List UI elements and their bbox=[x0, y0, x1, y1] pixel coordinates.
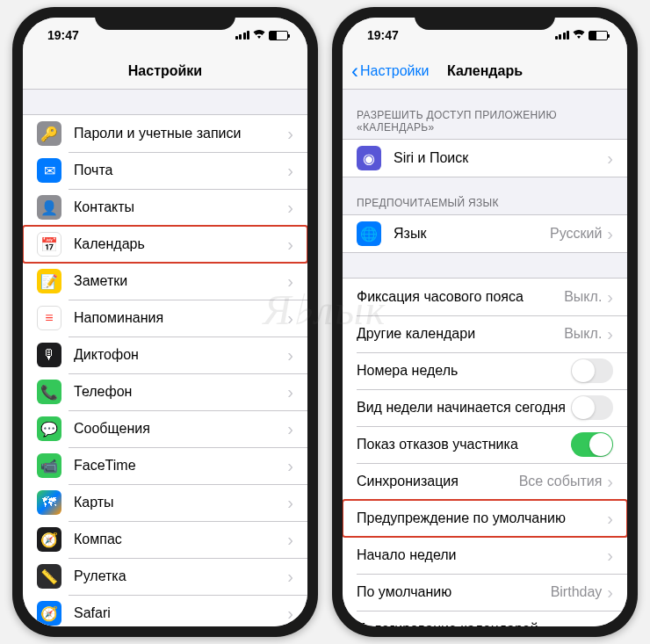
setting-row[interactable]: Другие календариВыкл.› bbox=[343, 315, 627, 352]
settings-row-compass[interactable]: 🧭Компас› bbox=[23, 521, 307, 558]
chevron-right-icon: › bbox=[287, 271, 293, 292]
cell-label: По умолчанию bbox=[357, 584, 551, 600]
settings-row-messages[interactable]: 💬Сообщения› bbox=[23, 410, 307, 447]
settings-row-voice-memo[interactable]: 🎙Диктофон› bbox=[23, 336, 307, 373]
chevron-right-icon: › bbox=[287, 345, 293, 365]
setting-row[interactable]: Номера недель bbox=[343, 352, 627, 389]
messages-icon: 💬 bbox=[37, 416, 61, 441]
settings-row-phone[interactable]: 📞Телефон› bbox=[23, 373, 307, 410]
chevron-right-icon: › bbox=[607, 619, 613, 627]
cell-label: Предупреждение по умолчанию bbox=[357, 510, 607, 526]
chevron-right-icon: › bbox=[287, 382, 293, 402]
chevron-right-icon: › bbox=[607, 224, 613, 244]
calendar-settings[interactable]: РАЗРЕШИТЬ ДОСТУП ПРИЛОЖЕНИЮ «КАЛЕНДАРЬ» … bbox=[343, 90, 627, 626]
chevron-right-icon: › bbox=[607, 546, 613, 566]
notes-icon: 📝 bbox=[37, 269, 61, 293]
settings-row-calendar[interactable]: 📅Календарь› bbox=[23, 226, 307, 263]
chevron-right-icon: › bbox=[287, 493, 293, 513]
settings-row-reminders[interactable]: ≡Напоминания› bbox=[23, 300, 307, 336]
cellular-icon bbox=[555, 31, 570, 40]
setting-row[interactable]: Показ отказов участника bbox=[343, 426, 627, 463]
chevron-right-icon: › bbox=[287, 604, 293, 624]
cell-label: Компас bbox=[74, 532, 287, 547]
settings-row-maps[interactable]: 🗺Карты› bbox=[23, 484, 307, 521]
settings-row-key[interactable]: 🔑Пароли и учетные записи› bbox=[23, 115, 307, 152]
siri-icon: ◉ bbox=[357, 146, 381, 170]
reminders-icon: ≡ bbox=[37, 306, 61, 330]
setting-row[interactable]: СинхронизацияВсе события› bbox=[343, 463, 627, 500]
setting-row[interactable]: Фиксация часового поясаВыкл.› bbox=[343, 279, 627, 315]
chevron-right-icon: › bbox=[287, 456, 293, 476]
cell-label: Siri и Поиск bbox=[394, 150, 607, 166]
setting-row[interactable]: Начало недели› bbox=[343, 537, 627, 574]
page-title: Календарь bbox=[447, 63, 523, 79]
setting-row[interactable]: По умолчаниюBirthday› bbox=[343, 574, 627, 611]
cell-label: Диктофон bbox=[74, 347, 287, 363]
cell-label: Телефон bbox=[74, 384, 287, 400]
cell-label: Пароли и учетные записи bbox=[74, 126, 287, 141]
back-button[interactable]: ‹ Настройки bbox=[351, 59, 429, 83]
screen-right: 19:47 ‹ Настройки Календарь РАЗРЕШИТЬ ДО… bbox=[343, 18, 627, 626]
page-title: Настройки bbox=[128, 63, 202, 79]
chevron-right-icon: › bbox=[287, 530, 293, 550]
settings-row-mail[interactable]: ✉Почта› bbox=[23, 152, 307, 189]
settings-row-measure[interactable]: 📏Рулетка› bbox=[23, 558, 307, 595]
settings-row-facetime[interactable]: 📹FaceTime› bbox=[23, 447, 307, 484]
chevron-right-icon: › bbox=[287, 161, 293, 181]
chevron-right-icon: › bbox=[607, 287, 613, 308]
back-label: Настройки bbox=[360, 63, 429, 79]
settings-row-contacts[interactable]: 👤Контакты› bbox=[23, 189, 307, 226]
chevron-left-icon: ‹ bbox=[351, 59, 358, 83]
chevron-right-icon: › bbox=[607, 324, 613, 344]
wifi-icon bbox=[573, 29, 585, 41]
chevron-right-icon: › bbox=[287, 235, 293, 255]
cell-label: Вид недели начинается сегодня bbox=[357, 400, 571, 416]
language-row[interactable]: 🌐 Язык Русский › bbox=[343, 215, 627, 252]
chevron-right-icon: › bbox=[287, 124, 293, 144]
cell-label: Фиксация часового пояса bbox=[357, 289, 564, 305]
maps-icon: 🗺 bbox=[37, 490, 61, 515]
settings-list[interactable]: 🔑Пароли и учетные записи›✉Почта›👤Контакт… bbox=[23, 90, 307, 626]
safari-icon: 🧭 bbox=[37, 601, 61, 626]
cell-label: Напоминания bbox=[74, 310, 287, 326]
cell-label: Safari bbox=[74, 605, 287, 621]
cell-label: Рулетка bbox=[74, 568, 287, 584]
cell-label: Другие календари bbox=[357, 326, 564, 342]
chevron-right-icon: › bbox=[607, 509, 613, 529]
settings-row-safari[interactable]: 🧭Safari› bbox=[23, 595, 307, 626]
cell-label: FaceTime bbox=[74, 458, 287, 474]
screen-left: 19:47 Настройки 🔑Пароли и учетные записи… bbox=[23, 18, 307, 626]
toggle-switch[interactable] bbox=[571, 395, 613, 420]
siri-search-row[interactable]: ◉ Siri и Поиск › bbox=[343, 140, 627, 177]
toggle-switch[interactable] bbox=[571, 432, 613, 457]
calendar-icon: 📅 bbox=[37, 232, 61, 257]
cell-value: Русский bbox=[550, 226, 602, 242]
setting-row[interactable]: Вид недели начинается сегодня bbox=[343, 389, 627, 426]
cell-value: Все события bbox=[519, 474, 603, 489]
phone-icon: 📞 bbox=[37, 380, 61, 404]
cell-label: Календарь bbox=[74, 236, 287, 252]
nav-header: ‹ Настройки Календарь bbox=[343, 53, 627, 90]
setting-row[interactable]: Делегирование календарей› bbox=[343, 611, 627, 626]
cell-label: Почта bbox=[74, 163, 287, 178]
cell-value: Выкл. bbox=[564, 289, 602, 305]
phone-frame-right: 19:47 ‹ Настройки Календарь РАЗРЕШИТЬ ДО… bbox=[332, 7, 638, 637]
chevron-right-icon: › bbox=[287, 198, 293, 218]
mail-icon: ✉ bbox=[37, 158, 61, 183]
facetime-icon: 📹 bbox=[37, 453, 61, 478]
cell-value: Birthday bbox=[551, 584, 603, 600]
language-icon: 🌐 bbox=[357, 221, 381, 246]
chevron-right-icon: › bbox=[287, 567, 293, 587]
cell-label: Контакты bbox=[74, 199, 287, 215]
status-indicators bbox=[555, 29, 609, 41]
chevron-right-icon: › bbox=[287, 308, 293, 329]
status-indicators bbox=[235, 29, 289, 41]
cell-label: Карты bbox=[74, 495, 287, 510]
notch bbox=[415, 7, 555, 30]
settings-row-notes[interactable]: 📝Заметки› bbox=[23, 263, 307, 300]
cell-label: Начало недели bbox=[357, 547, 607, 563]
voice-memo-icon: 🎙 bbox=[37, 343, 61, 367]
toggle-switch[interactable] bbox=[571, 358, 613, 383]
group-header: РАЗРЕШИТЬ ДОСТУП ПРИЛОЖЕНИЮ «КАЛЕНДАРЬ» bbox=[343, 90, 627, 139]
setting-row[interactable]: Предупреждение по умолчанию› bbox=[343, 500, 627, 537]
